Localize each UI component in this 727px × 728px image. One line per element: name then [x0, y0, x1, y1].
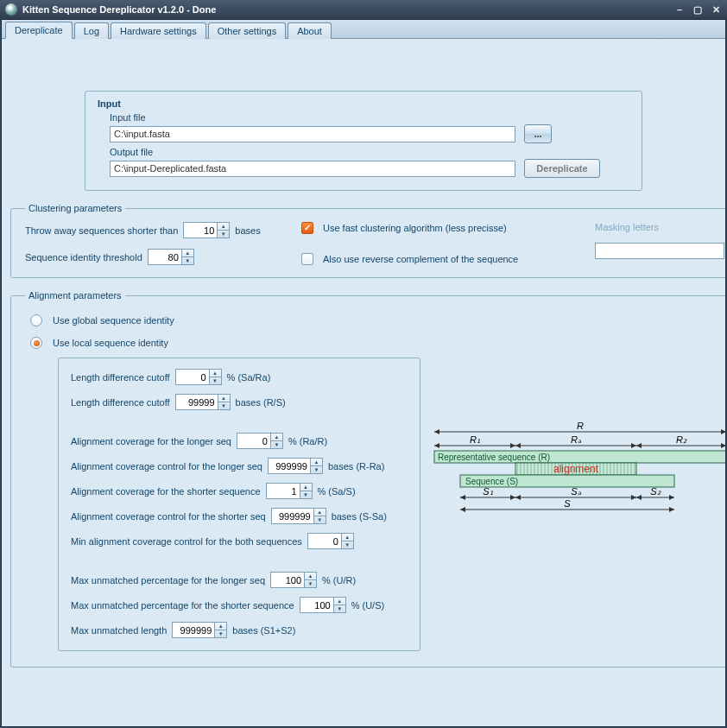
svg-marker-30 [631, 495, 636, 500]
svg-marker-25 [460, 495, 465, 500]
global-identity-label: Use global sequence identity [53, 315, 174, 326]
tab-log[interactable]: Log [74, 22, 109, 39]
unmatched-shorter-spinner[interactable]: ▲▼ [300, 597, 346, 613]
cov-longer-label: Alignment coverage for the longer seq [71, 436, 231, 446]
spinner-up-icon[interactable]: ▲ [182, 250, 193, 257]
close-button[interactable]: ✕ [708, 3, 724, 16]
cov-shorter-label: Alignment coverage for the shorter seque… [71, 486, 261, 497]
svg-marker-33 [636, 495, 642, 500]
window-title: Kitten Sequence Dereplicator v1.2.0 - Do… [22, 4, 669, 15]
browse-button[interactable]: ... [524, 124, 552, 143]
alignment-diagram: R R₁ Rₐ R₂ Representative sequence (R) [429, 421, 725, 651]
spinner-down-icon[interactable]: ▼ [182, 257, 193, 264]
maximize-button[interactable]: ▢ [690, 3, 705, 16]
svg-text:Representative sequence (R): Representative sequence (R) [438, 453, 550, 462]
svg-text:S₂: S₂ [650, 486, 661, 497]
tab-strip: Dereplicate Log Hardware settings Other … [2, 20, 725, 39]
svg-marker-11 [515, 443, 521, 448]
spinner-down-icon[interactable]: ▼ [218, 231, 229, 237]
cov-longer-post: % (Ra/R) [288, 436, 327, 446]
minimize-button[interactable]: – [672, 3, 687, 16]
unmatched-len-label: Max unmatched length [71, 625, 167, 636]
cov-longer-ctrl-post: bases (R-Ra) [328, 461, 384, 472]
min-cov-label: Min alignment coverage control for the b… [71, 536, 302, 547]
input-file-field[interactable] [110, 126, 515, 142]
length-diff-pct-post: % (Sa/Ra) [227, 372, 271, 383]
svg-marker-15 [636, 443, 642, 448]
min-cov-spinner[interactable]: ▲▼ [307, 533, 354, 549]
masking-letters-label: Masking letters [595, 222, 724, 232]
app-icon [5, 3, 17, 16]
svg-text:Sₐ: Sₐ [571, 486, 581, 497]
unmatched-longer-spinner[interactable]: ▲▼ [270, 572, 317, 588]
throw-away-post: bases [235, 225, 260, 236]
svg-text:Rₐ: Rₐ [571, 434, 582, 445]
svg-marker-29 [515, 495, 521, 500]
cov-shorter-ctrl-post: bases (S-Sa) [332, 511, 387, 522]
local-identity-radio[interactable] [30, 337, 42, 349]
svg-marker-38 [669, 507, 674, 512]
svg-marker-37 [460, 507, 465, 512]
svg-marker-12 [631, 443, 636, 448]
svg-marker-34 [669, 495, 674, 500]
svg-text:S: S [564, 498, 571, 509]
unmatched-shorter-post: % (U/S) [351, 600, 385, 611]
output-file-field[interactable] [110, 161, 515, 177]
svg-text:R: R [577, 421, 584, 431]
cov-shorter-ctrl-label: Alignment coverage control for the short… [71, 511, 266, 522]
alignment-subpanel: Length difference cutoff ▲▼ % (Sa/Ra) Le… [58, 358, 420, 651]
alignment-legend: Alignment parameters [25, 290, 125, 301]
cov-shorter-ctrl-spinner[interactable]: ▲▼ [271, 508, 326, 524]
svg-marker-26 [510, 495, 515, 500]
fast-clustering-label: Use fast clustering algorithm (less prec… [323, 223, 507, 233]
tab-about[interactable]: About [288, 22, 332, 39]
tab-dereplicate[interactable]: Dereplicate [5, 22, 73, 39]
svg-marker-16 [721, 443, 725, 448]
cov-shorter-post: % (Sa/S) [318, 486, 356, 497]
svg-marker-8 [510, 443, 515, 448]
unmatched-longer-post: % (U/R) [322, 575, 356, 586]
input-panel: Input Input file ... Output file Derepli… [85, 91, 642, 191]
global-identity-radio[interactable] [30, 314, 42, 326]
svg-text:alignment: alignment [553, 463, 599, 475]
local-identity-label: Use local sequence identity [53, 338, 168, 348]
length-diff-bases-spinner[interactable]: ▲▼ [175, 394, 231, 410]
svg-text:R₂: R₂ [676, 434, 687, 445]
input-title: Input [98, 98, 629, 109]
unmatched-longer-label: Max unmatched percentage for the longer … [71, 575, 265, 586]
identity-threshold-label: Sequence identity threshold [25, 252, 142, 263]
unmatched-len-spinner[interactable]: ▲▼ [172, 622, 227, 638]
reverse-complement-checkbox[interactable] [301, 253, 313, 265]
cov-longer-ctrl-label: Alignment coverage control for the longe… [71, 461, 262, 472]
alignment-panel: Alignment parameters Use global sequence… [10, 290, 725, 668]
svg-marker-4 [721, 429, 725, 434]
svg-text:Sequence (S): Sequence (S) [465, 477, 518, 486]
length-diff-pct-spinner[interactable]: ▲▼ [175, 369, 222, 385]
spinner-up-icon[interactable]: ▲ [218, 223, 229, 231]
tab-hardware-settings[interactable]: Hardware settings [111, 22, 206, 39]
svg-marker-7 [434, 443, 439, 448]
output-file-label: Output file [110, 147, 629, 157]
length-diff-bases-label: Length difference cutoff [71, 397, 170, 408]
clustering-legend: Clustering parameters [25, 203, 125, 213]
length-diff-bases-post: bases (R/S) [236, 397, 286, 408]
titlebar: Kitten Sequence Dereplicator v1.2.0 - Do… [0, 0, 727, 19]
throw-away-label: Throw away sequences shorter than [25, 225, 178, 236]
tab-other-settings[interactable]: Other settings [208, 22, 286, 39]
dereplicate-button[interactable]: Dereplicate [524, 159, 600, 178]
clustering-panel: Clustering parameters Throw away sequenc… [10, 203, 725, 278]
svg-text:S₁: S₁ [483, 486, 492, 497]
masking-letters-field[interactable] [595, 243, 724, 259]
reverse-complement-label: Also use reverse complement of the seque… [323, 254, 518, 264]
unmatched-len-post: bases (S1+S2) [232, 625, 295, 636]
input-file-label: Input file [110, 112, 629, 123]
fast-clustering-checkbox[interactable] [301, 222, 313, 234]
throw-away-spinner[interactable]: ▲▼ [183, 222, 230, 238]
length-diff-pct-label: Length difference cutoff [71, 372, 170, 383]
cov-longer-ctrl-spinner[interactable]: ▲▼ [268, 458, 323, 474]
cov-longer-spinner[interactable]: ▲▼ [237, 433, 283, 449]
cov-shorter-spinner[interactable]: ▲▼ [266, 483, 313, 499]
unmatched-shorter-label: Max unmatched percentage for the shorter… [71, 600, 294, 611]
identity-threshold-spinner[interactable]: ▲▼ [148, 249, 194, 265]
svg-marker-3 [434, 429, 439, 434]
